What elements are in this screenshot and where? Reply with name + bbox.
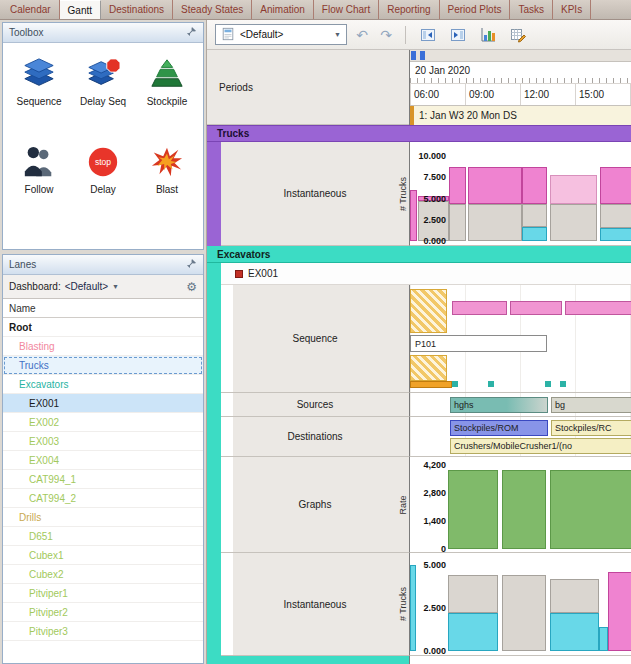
tree-item-cat994-2[interactable]: CAT994_2 [3,489,203,508]
chart-bar-segment[interactable] [449,167,466,204]
chart-bar-segment[interactable] [502,575,546,651]
zoom-handle[interactable] [411,51,416,60]
dashboard-selector[interactable]: Dashboard: <Default> ▼ ⚙ [3,275,203,299]
hatched-period-bar[interactable] [410,289,447,333]
chart-bar-segment[interactable] [599,627,608,651]
chart-bar-segment[interactable] [608,572,631,651]
tab-calendar[interactable]: Calendar [2,0,60,19]
chart-bar-segment[interactable] [550,470,631,549]
tool-blast[interactable]: Blast [135,141,199,229]
chart-bar-segment[interactable] [448,575,498,613]
tree-item-pitviper1[interactable]: Pitviper1 [3,584,203,603]
toolbox-title: Toolbox [9,27,43,38]
tab-gantt[interactable]: Gantt [60,0,101,19]
tree-item-d651[interactable]: D651 [3,527,203,546]
tree-item-ex001[interactable]: EX001 [3,394,203,413]
tree-item-trucks[interactable]: Trucks [3,356,203,375]
destination-box[interactable]: Crushers/MobileCrusher1/(no [450,438,631,454]
equipment-header-ex001[interactable]: EX001 [221,263,631,285]
redo-button[interactable]: ↷ [377,28,395,42]
tree-item-excavators[interactable]: Excavators [3,375,203,394]
timeline-zoom-strip[interactable] [410,50,631,62]
tab-period-plots[interactable]: Period Plots [440,0,511,19]
tree-item-blasting[interactable]: Blasting [3,337,203,356]
trucks-instantaneous-row-label[interactable]: Instantaneous # Trucks [221,142,409,246]
milestone-marker[interactable] [452,381,458,387]
chart-bar-segment[interactable] [522,204,547,226]
sources-row-label[interactable]: Sources [221,393,409,417]
excavator-instantaneous-row-label[interactable]: Instantaneous # Trucks [221,553,409,656]
task-bar[interactable]: P101 [410,335,547,352]
timeline-times-row[interactable]: 06:0009:0012:0015:00 [410,84,631,106]
hatched-period-bar[interactable] [410,355,447,381]
tree-item-pitviper3[interactable]: Pitviper3 [3,622,203,641]
chart-bar-segment[interactable] [522,227,547,241]
tree-item-drills[interactable]: Drills [3,508,203,527]
delay-bar[interactable] [410,381,452,388]
timeline-period-cell[interactable]: 1: Jan W3 20 Mon DS [410,106,631,125]
name-column-header[interactable]: Name [3,299,203,318]
tool-delay[interactable]: stopDelay [71,141,135,229]
tab-flow-chart[interactable]: Flow Chart [314,0,379,19]
sequence-period-bar[interactable] [452,301,507,315]
tab-steady-states[interactable]: Steady States [173,0,252,19]
chart-bar-segment[interactable] [550,579,599,613]
pin-icon[interactable] [186,26,197,39]
gear-icon[interactable]: ⚙ [186,281,197,293]
destination-box[interactable]: Stockpiles/RC [551,420,631,436]
sequence-period-bar[interactable] [565,301,631,315]
sequence-period-bar[interactable] [510,301,562,315]
edit-table-button[interactable] [506,24,530,46]
tree-item-ex002[interactable]: EX002 [3,413,203,432]
tab-kpis[interactable]: KPIs [553,0,591,19]
milestone-marker[interactable] [560,381,566,387]
destinations-row-label[interactable]: Destinations [221,417,409,457]
tab-tasks[interactable]: Tasks [510,0,553,19]
undo-button[interactable]: ↶ [353,28,371,42]
tree-item-root[interactable]: Root [3,318,203,337]
chart-bar-segment[interactable] [449,204,466,241]
periods-label-cell[interactable]: Periods [207,50,409,125]
chart-bar-segment[interactable] [448,470,498,549]
tab-animation[interactable]: Animation [252,0,313,19]
tree-item-pitviper2[interactable]: Pitviper2 [3,603,203,622]
chart-bar-segment[interactable] [550,204,597,241]
tool-follow[interactable]: Follow [7,141,71,229]
destination-box[interactable]: Stockpiles/ROM [450,420,548,436]
zoom-handle[interactable] [420,51,425,60]
sequence-row-label[interactable]: Sequence [221,285,409,393]
tree-item-cubex1[interactable]: Cubex1 [3,546,203,565]
tree-item-cat994-1[interactable]: CAT994_1 [3,470,203,489]
graphs-row-label[interactable]: Graphs Rate [221,457,409,553]
timeline-date-row[interactable]: 20 Jan 2020 [410,62,631,84]
tab-destinations[interactable]: Destinations [101,0,173,19]
chart-bar-segment[interactable] [600,228,631,241]
chart-bar-segment[interactable] [468,167,522,204]
tool-stockpile[interactable]: Stockpile [135,53,199,141]
preset-combo[interactable]: <Default> ▼ [215,24,347,45]
tool-delay-seq[interactable]: Delay Seq [71,53,135,141]
tree-item-ex003[interactable]: EX003 [3,432,203,451]
chart-bar-segment[interactable] [550,613,599,651]
chart-options-button[interactable] [476,24,500,46]
section-header-trucks[interactable]: Trucks [207,125,631,142]
tab-reporting[interactable]: Reporting [379,0,439,19]
chart-bar-segment[interactable] [600,204,631,228]
milestone-marker[interactable] [488,381,494,387]
scroll-left-button[interactable] [416,24,440,46]
section-header-excavators[interactable]: Excavators [207,246,631,263]
chart-bar-segment[interactable] [600,167,631,204]
chart-bar-segment[interactable] [468,204,522,241]
milestone-marker[interactable] [545,381,551,387]
tree-item-cubex2[interactable]: Cubex2 [3,565,203,584]
tool-sequence[interactable]: Sequence [7,53,71,141]
scroll-right-button[interactable] [446,24,470,46]
tree-item-ex004[interactable]: EX004 [3,451,203,470]
chart-bar-segment[interactable] [448,613,498,651]
source-box[interactable]: bg [551,397,631,413]
source-box[interactable]: hghs [450,397,548,413]
chart-bar-segment[interactable] [550,175,597,205]
pin-icon[interactable] [186,258,197,271]
chart-bar-segment[interactable] [522,167,547,204]
chart-bar-segment[interactable] [502,470,546,549]
